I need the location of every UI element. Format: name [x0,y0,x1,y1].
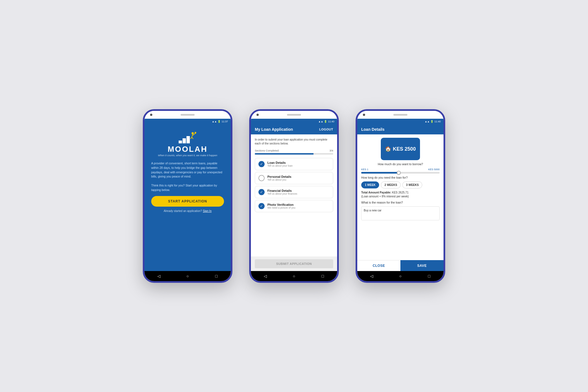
app-body: In order to submit your loan application… [251,134,337,256]
logo-subtitle: When it counts, when you want it, we mak… [158,154,217,157]
camera-icon-2 [256,114,259,116]
welcome-description: A provider of convenient, short term loa… [151,161,224,192]
section-info-personal-details: Personal Details Tell us about you [267,175,291,181]
duration-question: How long do you need the loan for? [361,176,440,179]
save-button[interactable]: SAVE [400,260,444,271]
svg-line-4 [192,134,193,137]
phone-loan-application: ▲▲ 🔋 11:40 My Loan Application LOGOUT In… [249,109,339,283]
home-button-2[interactable]: ○ [291,273,297,279]
loan-details-screen: Loan Details 🏠 KES 2500 How much do you … [357,124,444,271]
check-photo-verification: ✓ [258,203,265,209]
check-loan-details: ✓ [258,161,265,167]
recents-button-3[interactable]: □ [426,273,432,279]
slider-thumb[interactable] [397,171,401,175]
logout-button[interactable]: LOGOUT [319,128,333,131]
battery-icon-2: 🔋 [324,120,327,123]
borrow-question: How much do you want to borrow? [361,162,440,166]
camera-icon-3 [363,114,365,116]
slider-labels: KES 1 KES 5000 [361,168,440,171]
loan-details-title: Loan Details [361,127,384,132]
home-button-3[interactable]: ○ [398,273,403,279]
camera-icon-1 [150,114,152,116]
duration-3weeks[interactable]: 3 WEEKS [402,181,422,188]
duration-2weeks[interactable]: 2 WEEKS [381,181,401,188]
slider-section: KES 1 KES 5000 [361,168,440,174]
slider-min: KES 1 [361,168,368,171]
svg-rect-2 [186,136,190,143]
loan-card: 🏠 KES 2500 [381,138,420,160]
close-button[interactable]: CLOSE [357,260,400,271]
signin-text: Already started an application? Sign In [164,209,211,213]
section-name-financial-details: Financial Details [267,189,297,192]
speaker-1 [181,114,195,116]
svg-rect-0 [179,141,182,143]
section-name-personal-details: Personal Details [267,175,291,178]
status-bar-1: ▲▲ 🔋 11:37 [144,119,231,124]
phone-top-3 [357,111,444,119]
duration-buttons: 1 WEEK 2 WEEKS 3 WEEKS [361,181,440,188]
check-personal-details [258,175,265,181]
loan-card-container: 🏠 KES 2500 [361,138,440,160]
welcome-screen: MOOLAH When it counts, when you want it,… [144,124,231,271]
submit-application-button[interactable]: SUBMIT APPLICATION [255,259,333,268]
signal-icon-3: ▲▲ [425,120,430,123]
progress-bar-fill [255,153,314,155]
signal-icon-2: ▲▲ [318,120,323,123]
phone-welcome: ▲▲ 🔋 11:37 [143,109,232,283]
loan-actions: CLOSE SAVE [357,260,444,271]
recents-button-2[interactable]: □ [320,273,326,279]
svg-line-9 [195,134,195,134]
phone-screen-1: ▲▲ 🔋 11:37 [144,119,231,271]
loan-details-header: Loan Details [357,124,444,134]
speaker-3 [393,114,407,116]
section-item-personal-details[interactable]: Personal Details Tell us about you [255,172,333,184]
total-payable-value: KES 2625.71 [392,191,409,194]
phone-top-1 [144,111,231,119]
status-bar-3: ▲▲ 🔋 11:40 [357,119,444,124]
svg-line-5 [190,137,192,139]
section-item-financial-details[interactable]: ✓ Financial Details Tell us about your f… [255,186,333,198]
app-header-title: My Loan Application [255,127,293,132]
home-button-1[interactable]: ○ [185,273,190,279]
section-desc-personal-details: Tell us about you [267,178,291,181]
battery-icon-1: 🔋 [218,120,221,123]
start-application-button[interactable]: START APPLICATION [151,196,224,207]
section-list: ✓ Loan Details Tell us about your loan P… [255,158,333,212]
status-icons-1: ▲▲ 🔋 11:37 [212,120,228,123]
phone-nav-1: ◁ ○ □ [144,271,231,281]
phones-container: ▲▲ 🔋 11:37 [143,109,445,283]
logo-title: MOOLAH [168,145,207,153]
phone-nav-3: ◁ ○ □ [357,271,444,281]
app-header: My Loan Application LOGOUT [251,124,337,134]
section-info-photo-verification: Photo Verification We need a picture of … [267,203,295,209]
signin-link[interactable]: Sign In [203,209,211,213]
loan-details-body: 🏠 KES 2500 How much do you want to borro… [357,134,444,260]
loan-slider[interactable] [361,172,440,174]
section-item-photo-verification[interactable]: ✓ Photo Verification We need a picture o… [255,200,333,212]
svg-line-6 [192,137,193,139]
total-payable-label: Total Amount Payable: [361,191,391,194]
reason-question: What is the reason for the loan? [361,201,440,204]
phone-loan-details: ▲▲ 🔋 11:40 Loan Details 🏠 KES 2500 [356,109,445,283]
back-button-3[interactable]: ◁ [369,273,374,279]
section-item-loan-details[interactable]: ✓ Loan Details Tell us about your loan [255,158,333,170]
recents-button-1[interactable]: □ [214,273,219,279]
back-button-1[interactable]: ◁ [156,273,162,279]
status-icons-2: ▲▲ 🔋 11:40 [318,120,334,123]
section-desc-financial-details: Tell us about your finances [267,192,297,195]
svg-point-8 [195,132,196,134]
section-name-loan-details: Loan Details [267,161,293,164]
battery-icon-3: 🔋 [430,120,433,123]
status-bar-2: ▲▲ 🔋 11:40 [251,119,337,124]
logo-area: MOOLAH When it counts, when you want it,… [158,130,217,157]
loan-amount: KES 2500 [393,146,416,152]
reason-input[interactable]: Buy a new car [361,206,440,220]
section-info-financial-details: Financial Details Tell us about your fin… [267,189,297,195]
total-payable-note: (Loan amount + 8% interest per week) [361,195,409,198]
phone-nav-2: ◁ ○ □ [251,271,337,281]
progress-section: Sections Completed: 3/4 [255,149,333,155]
svg-rect-1 [183,138,186,143]
submit-btn-area: SUBMIT APPLICATION [251,256,337,271]
back-button-2[interactable]: ◁ [262,273,268,279]
duration-1week[interactable]: 1 WEEK [361,181,379,188]
